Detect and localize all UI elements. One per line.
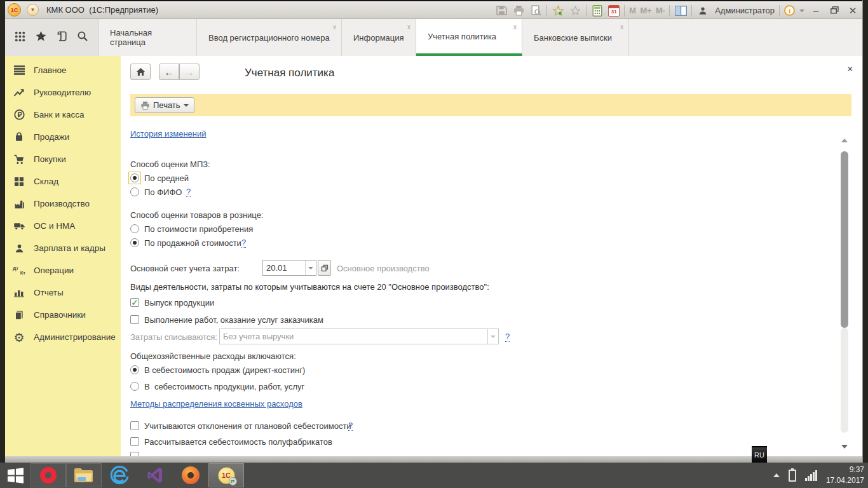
radio-fifo[interactable] bbox=[130, 187, 139, 196]
radio-direct-costing-label[interactable]: В себестоимость продаж (директ-костинг) bbox=[144, 365, 305, 375]
sidebar-item-warehouse[interactable]: Склад bbox=[5, 170, 121, 193]
taskbar-visualstudio-icon[interactable] bbox=[137, 463, 173, 487]
cost-account-input[interactable]: 20.01 bbox=[262, 260, 316, 276]
split-window-icon[interactable] bbox=[674, 4, 687, 17]
print-icon[interactable] bbox=[512, 4, 525, 17]
radio-by-average[interactable] bbox=[130, 173, 139, 182]
sidebar-item-fixed-assets[interactable]: ОС и НМА bbox=[5, 215, 121, 237]
sidebar-item-administration[interactable]: ⚙ Администрирование bbox=[5, 326, 121, 348]
current-user-label[interactable]: Администратор bbox=[715, 6, 775, 15]
back-button[interactable]: ← bbox=[159, 64, 179, 80]
tab-close-icon[interactable]: x bbox=[407, 24, 410, 30]
tray-expand-icon[interactable] bbox=[773, 473, 780, 477]
radio-full-cost-label[interactable]: В себестоимость продукции, работ, услуг bbox=[144, 382, 304, 391]
radio-fifo-label[interactable]: По ФИФО bbox=[144, 187, 182, 197]
print-button[interactable]: Печать bbox=[135, 97, 194, 113]
sidebar-item-directories[interactable]: Справочники bbox=[5, 304, 121, 326]
sidebar-item-manager[interactable]: Руководителю bbox=[5, 81, 121, 104]
radio-direct-costing[interactable] bbox=[130, 365, 139, 374]
vertical-scrollbar[interactable] bbox=[840, 139, 849, 453]
app-logo-icon[interactable]: 1С bbox=[8, 3, 21, 17]
open-account-button[interactable] bbox=[318, 260, 331, 276]
forward-button[interactable]: → bbox=[179, 64, 200, 80]
info-dropdown-icon[interactable] bbox=[799, 10, 804, 12]
menu-grid-icon[interactable] bbox=[15, 31, 25, 44]
radio-acquisition-cost-label[interactable]: По стоимости приобретения bbox=[144, 224, 253, 234]
checkbox-production-label[interactable]: Выпуск продукции bbox=[144, 298, 214, 308]
close-window-button[interactable]: ✕ bbox=[846, 5, 860, 17]
tab-home[interactable]: Начальная страница bbox=[98, 19, 197, 56]
checkbox-deviations-label[interactable]: Учитываются отклонения от плановой себес… bbox=[144, 421, 351, 431]
main-menu-dropdown-icon[interactable]: ▼ bbox=[27, 4, 39, 16]
info-icon[interactable]: i bbox=[784, 5, 795, 16]
favorites-star-icon[interactable] bbox=[35, 30, 47, 44]
tab-bank-statements[interactable]: Банковские выписки x bbox=[522, 19, 629, 56]
memory-store-button[interactable]: M bbox=[629, 6, 635, 15]
taskbar-explorer-icon[interactable] bbox=[66, 463, 102, 487]
sidebar-item-production[interactable]: Производство bbox=[5, 193, 121, 215]
scrollbar-track[interactable] bbox=[841, 328, 848, 433]
dropdown-arrow-icon[interactable] bbox=[487, 329, 498, 344]
radio-sale-value-label[interactable]: По продажной стоимости bbox=[144, 238, 241, 248]
writeoff-select[interactable]: Без учета выручки bbox=[219, 329, 499, 344]
sidebar-item-purchases[interactable]: Покупки bbox=[5, 148, 121, 170]
memory-minus-button[interactable]: M- bbox=[656, 6, 665, 15]
tab-close-icon[interactable]: x bbox=[513, 24, 517, 30]
checkbox-semiproducts-label[interactable]: Рассчитывается себестоимость полуфабрика… bbox=[144, 437, 332, 447]
sidebar-item-operations[interactable]: Дт Кт Операции bbox=[5, 259, 121, 281]
checkbox-production[interactable]: ✓ bbox=[130, 298, 139, 307]
start-button[interactable] bbox=[0, 463, 31, 488]
checkbox-semiproducts[interactable] bbox=[130, 437, 139, 446]
sidebar-item-reports[interactable]: Отчеты bbox=[5, 281, 121, 304]
dropdown-arrow-icon[interactable] bbox=[305, 261, 316, 275]
radio-sale-value[interactable] bbox=[130, 238, 139, 247]
add-favorite-icon[interactable] bbox=[552, 4, 564, 17]
checkbox-services-label[interactable]: Выполнение работ, оказание услуг заказчи… bbox=[144, 315, 323, 325]
sidebar-item-sales[interactable]: Продажи bbox=[5, 126, 121, 148]
clock[interactable]: 9:37 17.04.2017 bbox=[826, 464, 864, 487]
tab-information[interactable]: Информация x bbox=[342, 19, 416, 56]
save-icon[interactable] bbox=[495, 4, 508, 17]
history-icon[interactable] bbox=[56, 30, 67, 44]
favorites-icon[interactable] bbox=[569, 4, 581, 17]
help-writeoff-link[interactable]: ? bbox=[505, 332, 510, 342]
checkbox-partial[interactable] bbox=[130, 452, 139, 456]
taskbar-browser-icon[interactable] bbox=[173, 463, 208, 487]
scrollbar-thumb[interactable] bbox=[841, 151, 848, 328]
sidebar-item-main[interactable]: Главное bbox=[5, 59, 121, 81]
radio-acquisition-cost[interactable] bbox=[130, 224, 139, 233]
tab-close-icon[interactable]: x bbox=[333, 24, 336, 30]
sidebar-item-bank-cash[interactable]: Банк и касса bbox=[5, 104, 121, 126]
network-signal-icon[interactable] bbox=[805, 470, 817, 481]
search-icon[interactable] bbox=[77, 30, 88, 44]
print-dropdown-icon bbox=[184, 104, 189, 107]
sidebar-item-salary-hr[interactable]: Зарплата и кадры bbox=[5, 237, 121, 259]
language-indicator[interactable]: RU bbox=[752, 446, 767, 463]
calculator-icon[interactable] bbox=[591, 4, 604, 17]
checkbox-deviations[interactable] bbox=[130, 421, 139, 430]
close-form-icon[interactable]: × bbox=[847, 64, 853, 75]
tab-close-icon[interactable]: x bbox=[620, 24, 623, 30]
taskbar-ie-icon[interactable] bbox=[102, 463, 137, 487]
radio-by-average-label[interactable]: По средней bbox=[144, 173, 189, 183]
memory-plus-button[interactable]: M+ bbox=[641, 6, 651, 15]
tab-registration[interactable]: Ввод регистрационного номера x bbox=[197, 19, 342, 56]
home-button[interactable] bbox=[130, 64, 151, 80]
indirect-methods-link[interactable]: Методы распределения косвенных расходов bbox=[130, 399, 302, 409]
history-link[interactable]: История изменений bbox=[130, 129, 207, 139]
minimize-button[interactable]: – bbox=[809, 5, 823, 16]
scroll-down-icon[interactable] bbox=[841, 445, 848, 449]
checkbox-services[interactable] bbox=[130, 315, 139, 324]
taskbar-opera-icon[interactable] bbox=[31, 463, 66, 487]
help-fifo-link[interactable]: ? bbox=[186, 187, 191, 197]
radio-full-cost[interactable] bbox=[130, 382, 139, 391]
taskbar-1c-icon[interactable]: 1С⇄ bbox=[208, 463, 244, 487]
restore-button[interactable] bbox=[827, 5, 841, 16]
help-retail-link[interactable]: ? bbox=[241, 238, 246, 248]
help-deviations-link[interactable]: ? bbox=[348, 421, 353, 431]
preview-icon[interactable] bbox=[529, 4, 542, 17]
scroll-up-icon[interactable] bbox=[841, 139, 848, 142]
calendar-icon[interactable]: 31 bbox=[608, 5, 620, 17]
tab-accounting-policy[interactable]: Учетная политика x bbox=[416, 19, 522, 56]
battery-icon[interactable] bbox=[789, 470, 796, 482]
